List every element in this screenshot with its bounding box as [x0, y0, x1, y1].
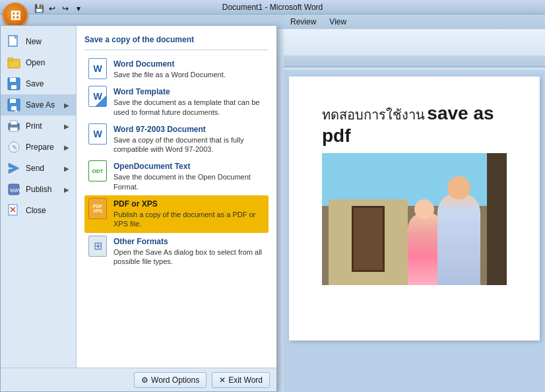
other-formats-title: Other Formats	[113, 237, 265, 246]
menu-item-send[interactable]: Send ▶	[1, 158, 76, 179]
opendoc-text: OpenDocument Text Save the document in t…	[113, 162, 265, 191]
doc-page: ทดสอบการใช้งาน save as pdf	[289, 77, 540, 341]
menu-item-new[interactable]: New	[1, 31, 76, 52]
other-icon-img: ⊞	[88, 236, 107, 257]
save-icon	[7, 77, 20, 90]
save-quick-btn[interactable]: 💾	[33, 3, 45, 15]
customize-btn[interactable]: ▾	[73, 3, 84, 15]
menu-item-open[interactable]: Open	[1, 52, 76, 73]
svg-text:✎: ✎	[12, 144, 17, 151]
menu-item-close[interactable]: Close	[1, 200, 76, 221]
undo-btn[interactable]: ↩	[46, 3, 58, 15]
word-document-text: Word Document Save the file as a Word Do…	[113, 59, 226, 79]
photo-door	[352, 206, 385, 272]
word-doc-icon-img	[88, 58, 107, 79]
menu-item-publish[interactable]: www Publish ▶	[1, 179, 76, 200]
prepare-arrow: ▶	[64, 144, 69, 151]
menu-label-saveas: Save As	[26, 100, 55, 110]
publish-arrow: ▶	[64, 186, 69, 193]
svg-marker-16	[9, 163, 19, 174]
word-template-desc: Save the document as a template that can…	[113, 98, 265, 117]
word-options-button[interactable]: ⚙ Word Options	[134, 372, 207, 388]
word-template-icon-img	[88, 86, 107, 107]
word-template-icon	[88, 87, 107, 106]
opendoc-title: OpenDocument Text	[113, 162, 265, 171]
svg-rect-12	[11, 121, 17, 125]
save-as-submenu: Save a copy of the document Word Documen…	[77, 26, 276, 368]
title-text: Document1 - Microsoft Word	[222, 3, 323, 12]
menu-label-prepare: Prepare	[26, 143, 54, 152]
menu-label-publish: Publish	[26, 185, 51, 194]
new-icon	[7, 35, 20, 48]
prepare-icon: ✎	[7, 141, 20, 154]
photo-head-adult	[447, 176, 470, 199]
menu-label-print: Print	[26, 121, 42, 131]
menu-label-send: Send	[26, 164, 44, 173]
exit-word-label: Exit Word	[228, 376, 263, 385]
svg-rect-13	[10, 127, 18, 131]
doc-ruler	[284, 55, 545, 67]
open-icon	[7, 56, 20, 69]
word-document-icon	[88, 59, 107, 78]
photo-building	[329, 199, 408, 285]
pdf-xps-icon: PDF XPS	[88, 199, 107, 218]
doc-photo	[322, 153, 507, 285]
print-arrow: ▶	[64, 123, 69, 130]
menu-label-save: Save	[26, 79, 44, 88]
word-template-title: Word Template	[113, 87, 265, 96]
svg-text:www: www	[9, 187, 20, 193]
photo-person-adult	[437, 193, 480, 285]
send-icon	[7, 162, 20, 175]
submenu-opendoc[interactable]: ODT OpenDocument Text Save the document …	[84, 158, 269, 195]
submenu-title: Save a copy of the document	[84, 31, 269, 50]
saveas-arrow: ▶	[64, 102, 69, 109]
other-formats-text: Other Formats Open the Save As dialog bo…	[113, 237, 265, 267]
office-logo: ⊞	[10, 7, 21, 23]
menu-label-open: Open	[26, 58, 45, 67]
opendoc-desc: Save the document in the Open Document F…	[113, 172, 265, 191]
close-icon	[7, 204, 20, 217]
doc-thai-text: ทดสอบการใช้งาน	[322, 108, 425, 122]
word97-text: Word 97-2003 Document Save a copy of the…	[113, 125, 265, 154]
photo-background	[322, 153, 507, 285]
word-document-desc: Save the file as a Word Document.	[113, 70, 226, 79]
word-document-title: Word Document	[113, 59, 226, 69]
saveas-icon: ★	[7, 98, 20, 112]
menu-item-print[interactable]: Print ▶	[1, 115, 76, 137]
tab-view[interactable]: View	[323, 16, 353, 29]
svg-rect-5	[10, 78, 16, 82]
photo-head-child	[414, 199, 434, 219]
other-formats-icon: ⊞	[88, 237, 107, 255]
tab-review[interactable]: Review	[284, 16, 323, 29]
office-button[interactable]: ⊞	[3, 3, 28, 28]
doc-text-line1: ทดสอบการใช้งาน save as pdf	[322, 103, 507, 147]
exit-word-button[interactable]: ✕ Exit Word	[212, 372, 270, 388]
submenu-word-template[interactable]: Word Template Save the document as a tem…	[84, 83, 269, 121]
svg-rect-8	[10, 99, 16, 103]
svg-rect-6	[11, 85, 16, 89]
word-options-icon: ⚙	[141, 376, 148, 385]
exit-word-icon: ✕	[219, 376, 226, 385]
odt-icon-img: ODT	[88, 160, 107, 181]
submenu-pdf-xps[interactable]: PDF XPS PDF or XPS Publish a copy of the…	[84, 195, 269, 233]
word97-icon-img	[88, 123, 107, 145]
menu-item-prepare[interactable]: ✎ Prepare ▶	[1, 137, 76, 158]
doc-area: ทดสอบการใช้งาน save as pdf	[284, 70, 545, 392]
word97-title: Word 97-2003 Document	[113, 125, 265, 134]
menu-item-saveas[interactable]: ★ Save As ▶	[1, 94, 76, 115]
svg-text:★: ★	[14, 108, 18, 112]
pdf-xps-text: PDF or XPS Publish a copy of the documen…	[113, 199, 265, 229]
print-icon	[7, 119, 20, 133]
photo-right-column	[487, 153, 507, 285]
menu-label-new: New	[26, 37, 42, 46]
menu-item-save[interactable]: Save	[1, 73, 76, 94]
submenu-word97[interactable]: Word 97-2003 Document Save a copy of the…	[84, 121, 269, 158]
pdf-xps-desc: Publish a copy of the document as a PDF …	[113, 210, 265, 229]
send-arrow: ▶	[64, 165, 69, 172]
quick-access-toolbar: 💾 ↩ ↪ ▾	[33, 3, 84, 15]
submenu-other-formats[interactable]: ⊞ Other Formats Open the Save As dialog …	[84, 233, 269, 271]
word-template-text: Word Template Save the document as a tem…	[113, 87, 265, 117]
word97-desc: Save a copy of the document that is full…	[113, 135, 265, 154]
submenu-word-document[interactable]: Word Document Save the file as a Word Do…	[84, 55, 269, 83]
redo-btn[interactable]: ↪	[59, 3, 71, 15]
